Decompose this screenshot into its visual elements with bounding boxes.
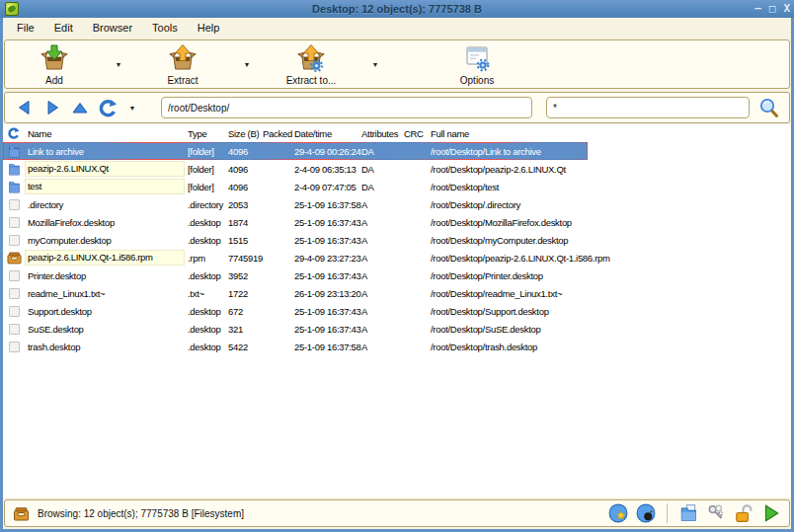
back-button[interactable] [13, 96, 37, 119]
minimize-button[interactable]: – [754, 2, 761, 16]
cell-date: 2-4-09 06:35:13 [291, 164, 358, 175]
file-icon [9, 235, 20, 246]
table-row[interactable]: Link to archive[folder]409629-4-09 00:26… [3, 142, 588, 160]
refresh-button[interactable] [96, 96, 119, 119]
address-input[interactable] [161, 97, 532, 118]
cell-size: 1722 [225, 288, 260, 299]
cell-type: [folder] [185, 146, 225, 157]
cell-attr: A [358, 288, 401, 299]
menu-item-file[interactable]: File [7, 20, 44, 36]
table-row[interactable]: peazip-2.6.LINUX.Qt-1.i586.rpm.rpm774591… [3, 249, 588, 266]
open-path-button[interactable] [678, 503, 698, 523]
table-row[interactable]: trash.desktop.desktop542225-1-09 16:37:5… [3, 338, 588, 355]
column-header-fullname[interactable]: Full name [428, 128, 791, 139]
extract-icon [167, 42, 198, 74]
cell-attr: A [358, 306, 401, 317]
history-dropdown-button[interactable]: ▼ [123, 105, 141, 112]
forward-button[interactable] [40, 96, 64, 119]
cell-name: Link to archive [25, 146, 185, 157]
search-input[interactable] [546, 97, 750, 118]
options-button[interactable]: Options [441, 42, 513, 86]
table-row[interactable]: Printer.desktop.desktop395225-1-09 16:37… [3, 266, 588, 284]
cell-date: 25-1-09 16:37:43 [291, 235, 358, 246]
favorites-button[interactable] [608, 503, 628, 523]
cell-icon [3, 144, 25, 158]
menu-item-browser[interactable]: Browser [83, 20, 142, 36]
cell-attr: DA [358, 164, 401, 175]
cell-date: 26-1-09 23:13:20 [291, 288, 358, 299]
cell-name: SuSE.desktop [25, 324, 185, 335]
cell-size: 4096 [225, 164, 260, 175]
search-button[interactable] [755, 95, 781, 120]
table-row[interactable]: SuSE.desktop.desktop32125-1-09 16:37:43A… [3, 320, 588, 338]
table-row[interactable]: .directory.directory205325-1-09 16:37:58… [3, 195, 588, 213]
chevron-down-icon: ▼ [116, 61, 122, 68]
window-title: Desktop: 12 object(s); 7775738 B [0, 3, 794, 15]
file-icon [9, 199, 20, 210]
table-row[interactable]: readme_Linux1.txt~.txt~172226-1-09 23:13… [3, 284, 588, 302]
title-bar[interactable]: Desktop: 12 object(s); 7775738 B – □ X [0, 0, 794, 18]
cell-icon [3, 235, 25, 246]
refresh-icon [99, 99, 118, 117]
column-header-attributes[interactable]: Attributes [358, 128, 401, 139]
file-icon [9, 217, 20, 228]
test-archive-button[interactable] [636, 503, 656, 523]
cell-icon [3, 199, 25, 210]
cell-icon [3, 180, 25, 193]
password-button[interactable] [706, 503, 726, 523]
lock-button[interactable] [734, 503, 754, 523]
table-row[interactable]: peazip-2.6.LINUX.Qt[folder]40962-4-09 06… [3, 160, 588, 178]
main-toolbar: Add ▼ Extract ▼ [4, 39, 790, 89]
cell-date: 25-1-09 16:37:43 [291, 270, 358, 281]
cell-name: Support.desktop [25, 306, 185, 317]
cell-icon [3, 270, 25, 281]
play-icon [761, 503, 781, 523]
extract-dropdown-button[interactable]: ▼ [218, 44, 276, 84]
table-row[interactable]: MozillaFirefox.desktop.desktop187425-1-0… [3, 213, 588, 231]
cell-date: 2-4-09 07:47:05 [291, 182, 358, 192]
cell-type: .txt~ [185, 288, 225, 299]
folder-icon [678, 503, 698, 523]
column-header-size[interactable]: Size (B) [225, 128, 260, 139]
cell-name: Printer.desktop [25, 270, 185, 281]
cell-attr: DA [358, 182, 401, 192]
column-header-crc[interactable]: CRC [401, 128, 428, 139]
extract-button[interactable]: Extract [147, 42, 218, 86]
file-icon [9, 342, 20, 352]
cell-full: /root/Desktop/.directory [428, 199, 588, 210]
cell-name: peazip-2.6.LINUX.Qt [25, 161, 185, 177]
menu-item-edit[interactable]: Edit [44, 20, 83, 36]
cell-full: /root/Desktop/SuSE.desktop [428, 324, 588, 335]
add-dropdown-button[interactable]: ▼ [90, 44, 147, 84]
cell-attr: A [358, 342, 401, 352]
file-list: Name Type Size (B) Packed Date/time Attr… [3, 124, 791, 497]
cell-size: 7745919 [225, 253, 260, 264]
run-button[interactable] [761, 503, 781, 523]
up-button[interactable] [68, 96, 92, 119]
cell-type: .desktop [185, 270, 225, 281]
extract-to-dropdown-button[interactable]: ▼ [347, 44, 404, 84]
menu-item-tools[interactable]: Tools [142, 20, 188, 36]
cell-size: 3952 [225, 270, 260, 281]
navigation-bar: ▼ [4, 92, 790, 123]
refresh-column-button[interactable] [3, 127, 25, 139]
menu-item-help[interactable]: Help [188, 20, 230, 36]
column-header-datetime[interactable]: Date/time [291, 128, 358, 139]
column-header-packed[interactable]: Packed [260, 128, 291, 139]
cell-size: 1874 [225, 217, 260, 228]
file-list-body: Link to archive[folder]409629-4-09 00:26… [3, 142, 791, 355]
cell-name: readme_Linux1.txt~ [25, 288, 185, 299]
folder-icon [8, 162, 21, 176]
close-button[interactable]: X [783, 2, 790, 16]
maximize-button[interactable]: □ [769, 2, 776, 16]
add-button[interactable]: Add [19, 42, 90, 86]
cell-attr: DA [358, 146, 401, 157]
cell-type: .desktop [185, 235, 225, 246]
column-header-type[interactable]: Type [185, 128, 225, 139]
table-row[interactable]: test[folder]40962-4-09 07:47:05DA/root/D… [3, 178, 588, 195]
menu-bar: File Edit Browser Tools Help [3, 18, 791, 38]
table-row[interactable]: Support.desktop.desktop67225-1-09 16:37:… [3, 302, 588, 320]
column-header-name[interactable]: Name [25, 128, 185, 139]
table-row[interactable]: myComputer.desktop.desktop151525-1-09 16… [3, 231, 588, 249]
extract-to-button[interactable]: Extract to... [276, 42, 347, 86]
